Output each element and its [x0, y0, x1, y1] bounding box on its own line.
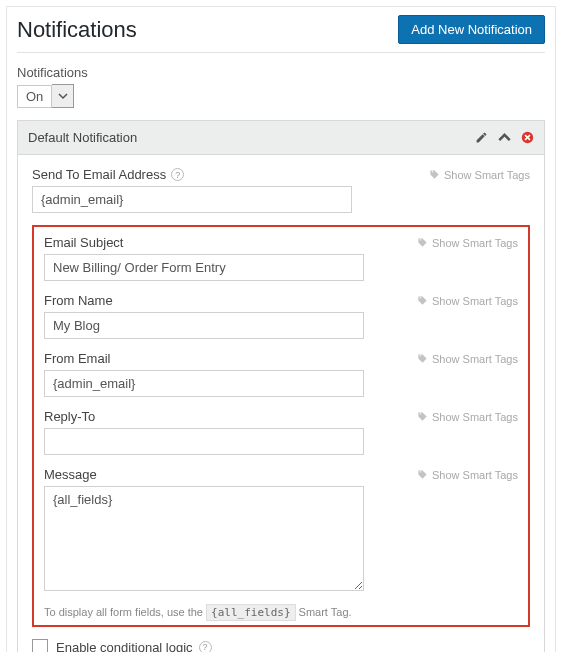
from-name-label: From Name [44, 293, 113, 308]
help-icon[interactable]: ? [199, 641, 212, 653]
from-name-input[interactable] [44, 312, 364, 339]
panel-actions [475, 131, 534, 144]
tag-icon [417, 469, 428, 480]
conditional-logic-checkbox[interactable] [32, 639, 48, 652]
page-header: Notifications Add New Notification [17, 13, 545, 52]
message-label: Message [44, 467, 97, 482]
reply-to-field: Reply-To Show Smart Tags [44, 409, 518, 455]
delete-icon[interactable] [521, 131, 534, 144]
tag-icon [429, 169, 440, 180]
conditional-logic-row: Enable conditional logic ? [32, 639, 530, 652]
notifications-toggle-label: Notifications [17, 65, 545, 80]
notifications-toggle-section: Notifications On [17, 65, 545, 108]
message-field: Message Show Smart Tags [44, 467, 518, 594]
show-smart-tags-link[interactable]: Show Smart Tags [417, 237, 518, 249]
email-subject-input[interactable] [44, 254, 364, 281]
notifications-toggle-button[interactable] [52, 84, 74, 108]
page-title: Notifications [17, 17, 137, 43]
reply-to-label: Reply-To [44, 409, 95, 424]
send-to-field: Send To Email Address ? Show Smart Tags [32, 167, 530, 213]
from-email-input[interactable] [44, 370, 364, 397]
tag-icon [417, 237, 428, 248]
email-subject-field: Email Subject Show Smart Tags [44, 235, 518, 281]
show-smart-tags-link[interactable]: Show Smart Tags [417, 353, 518, 365]
from-email-label: From Email [44, 351, 110, 366]
from-name-field: From Name Show Smart Tags [44, 293, 518, 339]
message-textarea[interactable] [44, 486, 364, 591]
all-fields-code: {all_fields} [206, 604, 295, 621]
help-icon[interactable]: ? [171, 168, 184, 181]
edit-icon[interactable] [475, 131, 488, 144]
panel-title: Default Notification [28, 130, 137, 145]
tag-icon [417, 295, 428, 306]
panel-header: Default Notification [18, 121, 544, 155]
send-to-label: Send To Email Address [32, 167, 166, 182]
highlighted-fields-box: Email Subject Show Smart Tags From Name [32, 225, 530, 627]
conditional-logic-label: Enable conditional logic ? [56, 640, 212, 653]
collapse-icon[interactable] [498, 131, 511, 144]
send-to-input[interactable] [32, 186, 352, 213]
divider [17, 52, 545, 53]
notifications-toggle-value: On [17, 85, 52, 108]
show-smart-tags-link[interactable]: Show Smart Tags [417, 469, 518, 481]
tag-icon [417, 353, 428, 364]
notifications-page: Notifications Add New Notification Notif… [6, 6, 556, 652]
panel-body: Send To Email Address ? Show Smart Tags … [18, 155, 544, 652]
from-email-field: From Email Show Smart Tags [44, 351, 518, 397]
tag-icon [417, 411, 428, 422]
add-new-notification-button[interactable]: Add New Notification [398, 15, 545, 44]
show-smart-tags-link[interactable]: Show Smart Tags [429, 169, 530, 181]
all-fields-hint: To display all form fields, use the {all… [44, 606, 518, 619]
chevron-down-icon [58, 91, 68, 101]
email-subject-label: Email Subject [44, 235, 123, 250]
show-smart-tags-link[interactable]: Show Smart Tags [417, 411, 518, 423]
default-notification-panel: Default Notification Send To Email Addre… [17, 120, 545, 652]
reply-to-input[interactable] [44, 428, 364, 455]
show-smart-tags-link[interactable]: Show Smart Tags [417, 295, 518, 307]
